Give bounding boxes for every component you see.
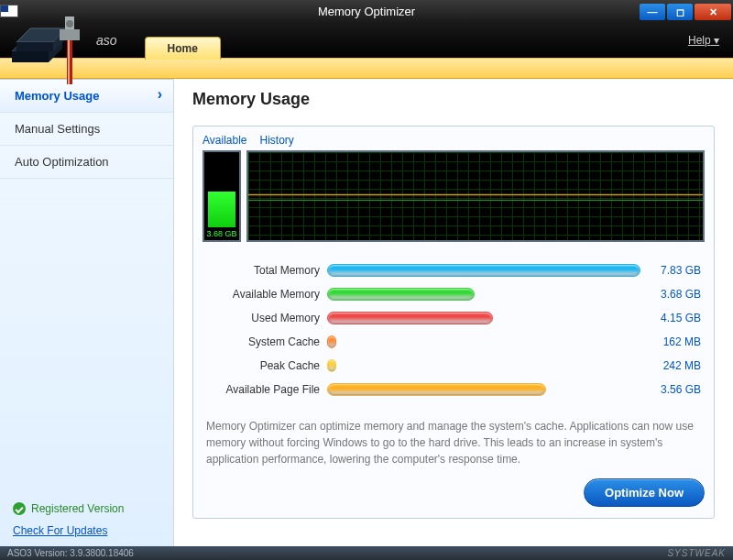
stat-bar-wrap: [327, 383, 640, 396]
version-text: ASO3 Version: 3.9.3800.18406: [7, 548, 134, 558]
stat-label: System Cache: [202, 335, 327, 348]
svg-rect-1: [68, 40, 70, 84]
stat-row: Total Memory7.83 GB: [202, 258, 705, 282]
stat-bar: [327, 359, 336, 372]
stat-label: Used Memory: [202, 312, 327, 324]
window-controls: — ◻ ✕: [640, 2, 733, 20]
maximize-button[interactable]: ◻: [667, 4, 693, 20]
sidebar-item-manual-settings[interactable]: Manual Settings: [0, 113, 173, 146]
description-text: Memory Optimizer can optimize memory and…: [202, 418, 705, 467]
stat-bar: [327, 335, 336, 348]
stat-label: Available Memory: [202, 288, 327, 301]
label-history: History: [259, 134, 293, 147]
stat-row: System Cache162 MB: [202, 330, 705, 354]
stat-bar-wrap: [327, 359, 640, 372]
title-bar: Memory Optimizer — ◻ ✕: [0, 0, 733, 22]
stat-bar: [327, 383, 546, 396]
sidebar-item-auto-optimization[interactable]: Auto Optimization: [0, 146, 173, 179]
window-title: Memory Optimizer: [318, 5, 415, 18]
gauge-value: 3.68 GB: [204, 229, 239, 238]
stat-row: Used Memory4.15 GB: [202, 306, 705, 330]
svg-point-2: [66, 20, 73, 27]
help-menu[interactable]: Help ▾: [688, 34, 719, 47]
stat-value: 242 MB: [640, 359, 705, 372]
stat-row: Available Memory3.68 GB: [202, 282, 705, 306]
stat-label: Total Memory: [202, 264, 327, 277]
brandmark-text: SYSTWEAK: [667, 548, 726, 558]
registered-label: Registered Version: [31, 502, 124, 515]
header: aso Home Help ▾: [0, 22, 733, 59]
brand-text: aso: [96, 33, 117, 48]
stat-label: Available Page File: [202, 383, 327, 396]
stat-row: Available Page File3.56 GB: [202, 378, 705, 401]
history-chart: [246, 150, 705, 242]
registered-status: Registered Version: [0, 497, 173, 521]
stat-value: 7.83 GB: [640, 264, 705, 277]
stat-value: 3.56 GB: [640, 383, 705, 396]
label-available: Available: [202, 134, 246, 147]
tab-home[interactable]: Home: [145, 37, 221, 60]
stat-bar-wrap: [327, 312, 640, 324]
stat-value: 162 MB: [640, 335, 705, 348]
check-updates-link[interactable]: Check For Updates: [0, 521, 173, 546]
stat-value: 3.68 GB: [640, 288, 705, 301]
stat-bar: [327, 312, 493, 324]
app-logo-icon: [5, 13, 87, 86]
stat-label: Peak Cache: [202, 359, 327, 372]
stat-value: 4.15 GB: [640, 312, 705, 324]
check-circle-icon: [13, 502, 26, 515]
optimize-now-button[interactable]: Optimize Now: [584, 478, 705, 507]
stat-bar: [327, 264, 640, 277]
minimize-button[interactable]: —: [640, 4, 665, 20]
ribbon-bar: [0, 59, 733, 79]
sidebar: Memory Usage Manual Settings Auto Optimi…: [0, 79, 174, 546]
available-gauge: 3.68 GB: [202, 150, 241, 242]
content: Memory Usage Available History 3.68 GB T…: [174, 79, 733, 546]
stat-row: Peak Cache242 MB: [202, 354, 705, 378]
stat-bar-wrap: [327, 264, 640, 277]
stat-bar-wrap: [327, 288, 640, 301]
usage-panel: Available History 3.68 GB Total Memory7.…: [192, 126, 715, 519]
stat-bar: [327, 288, 475, 301]
status-bar: ASO3 Version: 3.9.3800.18406 SYSTWEAK: [0, 546, 733, 560]
stat-bar-wrap: [327, 335, 640, 348]
close-button[interactable]: ✕: [695, 4, 731, 20]
stats-table: Total Memory7.83 GBAvailable Memory3.68 …: [202, 258, 705, 401]
page-title: Memory Usage: [192, 90, 715, 109]
